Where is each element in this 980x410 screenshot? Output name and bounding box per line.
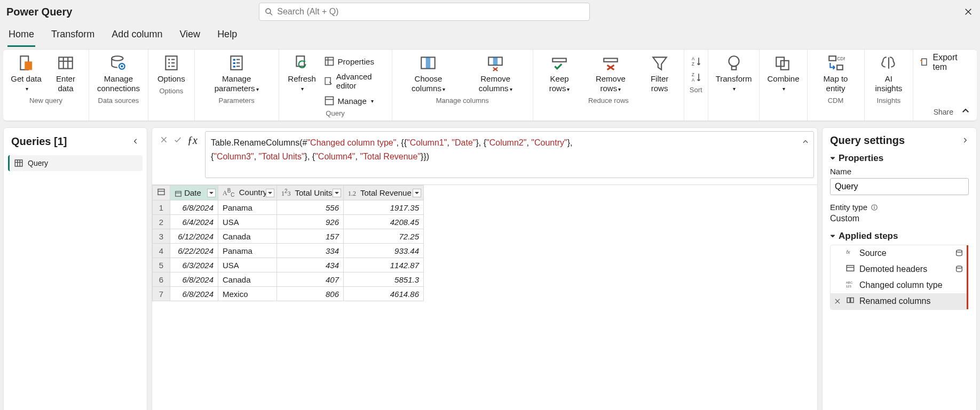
tab-add-column[interactable]: Add column xyxy=(110,26,163,47)
cell-country[interactable]: Panama xyxy=(218,200,277,215)
manage-button[interactable]: Manage▾ xyxy=(324,94,374,107)
applied-step[interactable]: fxSource xyxy=(831,245,968,261)
table-row[interactable]: 66/8/2024Canada4075851.3 xyxy=(153,272,424,287)
table-row[interactable]: 46/22/2024Panama334933.44 xyxy=(153,244,424,258)
collapse-queries-button[interactable] xyxy=(132,135,139,148)
cell-country[interactable]: USA xyxy=(218,215,277,229)
cell-revenue[interactable]: 1917.35 xyxy=(344,200,424,215)
tab-home[interactable]: Home xyxy=(7,26,35,47)
cell-units[interactable]: 806 xyxy=(277,287,344,301)
cell-country[interactable]: USA xyxy=(218,258,277,272)
cell-revenue[interactable]: 4614.86 xyxy=(344,287,424,301)
search-box[interactable] xyxy=(259,3,590,21)
export-template-button[interactable]: Export tem xyxy=(920,53,970,72)
refresh-button[interactable]: Refresh▾ xyxy=(284,53,320,107)
table-row[interactable]: 56/3/2024USA4341142.87 xyxy=(153,258,424,272)
keep-rows-button[interactable]: Keep rows▾ xyxy=(539,53,580,94)
column-filter-button[interactable] xyxy=(413,189,421,197)
options-icon xyxy=(162,54,180,72)
step-settings-icon[interactable] xyxy=(955,265,963,274)
column-header-total-units[interactable]: 123 Total Units xyxy=(277,186,344,200)
column-filter-button[interactable] xyxy=(266,189,274,197)
cell-date[interactable]: 6/8/2024 xyxy=(170,287,218,301)
tab-help[interactable]: Help xyxy=(216,26,238,47)
filter-rows-button[interactable]: Filter rows xyxy=(641,53,678,94)
cell-units[interactable]: 407 xyxy=(277,272,344,287)
column-filter-button[interactable] xyxy=(333,189,341,197)
data-grid[interactable]: Date ABC Country 123 Total Units xyxy=(152,185,424,301)
properties-section-header[interactable]: Properties xyxy=(830,153,969,164)
options-button[interactable]: Options xyxy=(154,53,189,85)
step-type-icon: fx xyxy=(845,247,855,259)
manage-connections-button[interactable]: Manage connections xyxy=(94,53,143,94)
collapse-ribbon-button[interactable] xyxy=(961,106,970,117)
info-icon[interactable] xyxy=(871,204,878,211)
search-input[interactable] xyxy=(277,7,584,17)
formula-bar[interactable]: Table.RenameColumns(#"Changed column typ… xyxy=(205,131,814,178)
step-label: Source xyxy=(859,248,887,258)
cell-revenue[interactable]: 72.25 xyxy=(344,229,424,244)
cell-revenue[interactable]: 933.44 xyxy=(344,244,424,258)
ai-insights-button[interactable]: AI insights xyxy=(870,53,908,94)
export-icon xyxy=(920,57,929,68)
cell-revenue[interactable]: 1142.87 xyxy=(344,258,424,272)
sort-asc-button[interactable]: AZ xyxy=(691,55,701,68)
sort-desc-button[interactable]: ZA xyxy=(691,71,701,84)
delete-step-icon[interactable] xyxy=(834,298,841,305)
manage-parameters-button[interactable]: Manage parameters▾ xyxy=(200,53,273,94)
remove-rows-button[interactable]: Remove rows▾ xyxy=(584,53,636,94)
applied-steps-section-header[interactable]: Applied steps xyxy=(830,231,969,242)
column-header-date[interactable]: Date xyxy=(170,186,218,200)
cell-units[interactable]: 926 xyxy=(277,215,344,229)
close-button[interactable] xyxy=(963,6,974,17)
cell-date[interactable]: 6/3/2024 xyxy=(170,258,218,272)
tab-view[interactable]: View xyxy=(178,26,201,47)
cell-country[interactable]: Canada xyxy=(218,229,277,244)
tab-transform[interactable]: Transform xyxy=(50,26,96,47)
transform-button[interactable]: Transform▾ xyxy=(714,53,754,93)
cell-date[interactable]: 6/8/2024 xyxy=(170,272,218,287)
properties-button[interactable]: Properties xyxy=(324,55,374,68)
cell-country[interactable]: Mexico xyxy=(218,287,277,301)
row-number: 5 xyxy=(153,258,170,272)
combine-button[interactable]: Combine▾ xyxy=(765,53,801,93)
applied-step[interactable]: ABC123Changed column type xyxy=(831,277,968,293)
query-item[interactable]: Query xyxy=(8,155,143,171)
cell-date[interactable]: 6/8/2024 xyxy=(170,200,218,215)
cell-date[interactable]: 6/12/2024 xyxy=(170,229,218,244)
cell-country[interactable]: Canada xyxy=(218,272,277,287)
column-header-total-revenue[interactable]: 1.2 Total Revenue xyxy=(344,186,424,200)
remove-columns-button[interactable]: Remove columns▾ xyxy=(463,53,527,94)
commit-formula-button[interactable] xyxy=(173,135,182,146)
query-name-input[interactable] xyxy=(830,178,969,195)
cell-units[interactable]: 434 xyxy=(277,258,344,272)
table-row[interactable]: 36/12/2024Canada15772.25 xyxy=(153,229,424,244)
cell-date[interactable]: 6/4/2024 xyxy=(170,215,218,229)
step-settings-icon[interactable] xyxy=(955,249,963,258)
formula-collapse-button[interactable] xyxy=(802,136,809,150)
column-header-country[interactable]: ABC Country xyxy=(218,186,277,200)
row-select-all[interactable] xyxy=(153,186,170,200)
cell-date[interactable]: 6/22/2024 xyxy=(170,244,218,258)
column-filter-button[interactable] xyxy=(207,189,216,197)
get-data-button[interactable]: Get data▾ xyxy=(9,53,44,94)
cell-units[interactable]: 157 xyxy=(277,229,344,244)
svg-rect-5 xyxy=(25,62,32,70)
cell-units[interactable]: 556 xyxy=(277,200,344,215)
cell-revenue[interactable]: 5851.3 xyxy=(344,272,424,287)
table-row[interactable]: 76/8/2024Mexico8064614.86 xyxy=(153,287,424,301)
table-row[interactable]: 26/4/2024USA9264208.45 xyxy=(153,215,424,229)
cell-units[interactable]: 334 xyxy=(277,244,344,258)
applied-step[interactable]: Renamed columns xyxy=(831,293,968,309)
cell-revenue[interactable]: 4208.45 xyxy=(344,215,424,229)
choose-columns-button[interactable]: Choose columns▾ xyxy=(398,53,460,94)
table-row[interactable]: 16/8/2024Panama5561917.35 xyxy=(153,200,424,215)
cell-country[interactable]: Panama xyxy=(218,244,277,258)
enter-data-button[interactable]: Enter data xyxy=(48,53,83,94)
collapse-settings-button[interactable] xyxy=(961,134,969,147)
map-to-entity-button[interactable]: CDM Map to entity xyxy=(813,53,859,94)
applied-step[interactable]: Demoted headers xyxy=(831,261,968,277)
svg-point-15 xyxy=(168,62,170,63)
cancel-formula-button[interactable] xyxy=(160,135,168,146)
advanced-editor-button[interactable]: Advanced editor xyxy=(324,71,386,91)
